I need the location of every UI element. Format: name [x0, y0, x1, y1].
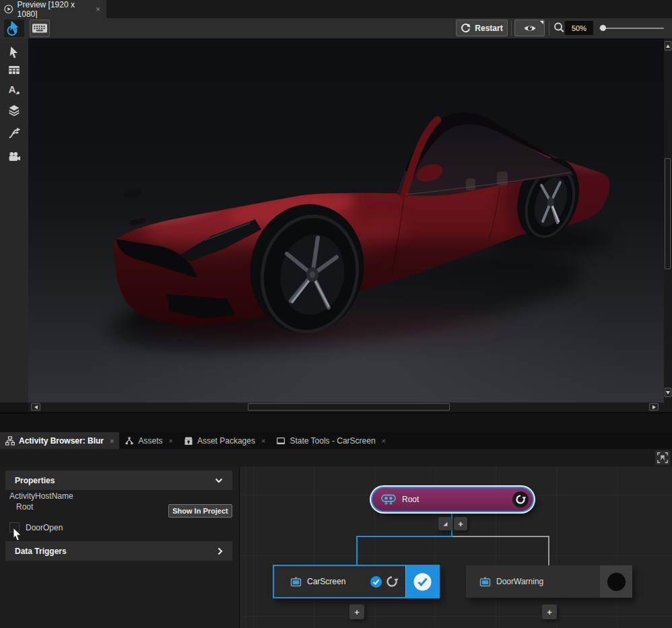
zoom-magnifier[interactable] — [553, 21, 565, 37]
table-icon — [7, 63, 22, 77]
mouse-cursor — [13, 528, 24, 543]
screen-node-icon — [479, 577, 491, 587]
collapse-children-button[interactable] — [438, 517, 452, 530]
font-icon: A — [7, 82, 22, 97]
activity-host-name-label: ActivityHostName — [9, 491, 73, 501]
collapse-triangle-icon — [441, 520, 449, 528]
fit-to-view-button[interactable] — [655, 450, 670, 465]
show-in-project-label: Show In Project — [172, 507, 228, 515]
zoom-slider[interactable] — [599, 28, 664, 29]
magnifier-icon — [553, 21, 565, 34]
horizontal-scroll-thumb[interactable] — [248, 403, 450, 411]
activity-graph[interactable]: Root + — [240, 466, 672, 628]
preview-tab[interactable]: Preview [1920 x 1080] × — [0, 0, 106, 18]
data-triggers-header[interactable]: Data Triggers — [5, 541, 232, 561]
grid-tool-button[interactable] — [6, 62, 22, 78]
visibility-button[interactable] — [514, 20, 545, 36]
activity-browser-icon — [5, 436, 15, 446]
scroll-down-button[interactable] — [665, 388, 671, 397]
select-tool-button[interactable] — [6, 44, 22, 61]
connector-blue-to-carscreen — [356, 536, 358, 565]
tab-activity-browser[interactable]: Activity Browser: Blur × — [0, 432, 119, 449]
layers-icon — [7, 103, 22, 118]
camera-tool-button[interactable] — [6, 149, 22, 165]
close-icon[interactable]: × — [168, 437, 172, 445]
plus-icon: + — [458, 519, 463, 529]
keyboard-input-button[interactable] — [30, 20, 50, 37]
connector-gray-horizontal — [452, 536, 549, 537]
root-node-label: Root — [402, 495, 419, 504]
add-under-carscreen-button[interactable]: + — [349, 604, 364, 619]
asset-packages-icon — [184, 436, 193, 446]
check-circle-icon — [413, 573, 432, 591]
restart-button[interactable]: Restart — [456, 20, 508, 36]
scrollbar-corner — [664, 403, 672, 412]
plus-icon: + — [354, 607, 360, 617]
carscreen-active-badge[interactable] — [405, 566, 438, 597]
doorwarning-inactive-badge[interactable] — [600, 565, 632, 598]
zoom-slider-handle[interactable] — [600, 25, 606, 31]
interact-tool-button[interactable] — [4, 20, 24, 37]
show-in-project-button[interactable]: Show In Project — [168, 504, 232, 518]
red-car-3d-render — [28, 38, 664, 403]
plus-icon: + — [547, 607, 552, 617]
tab-assets[interactable]: Assets × — [119, 432, 178, 449]
connector-gray-to-doorwarning — [548, 536, 549, 565]
tab-label: Activity Browser: Blur — [19, 436, 104, 446]
viewport-horizontal-scrollbar[interactable] — [28, 403, 664, 412]
add-under-doorwarning-button[interactable]: + — [542, 604, 557, 619]
graph-node-root[interactable]: Root — [372, 488, 533, 511]
preview-tab-title: Preview [1920 x 1080] — [18, 0, 90, 19]
fit-to-view-icon — [657, 452, 669, 464]
svg-text:A: A — [9, 84, 16, 95]
dock-toolbar-strip — [0, 449, 672, 466]
toolbar-separator — [511, 21, 512, 36]
graph-node-carscreen[interactable]: CarScreen — [273, 565, 440, 598]
data-triggers-label: Data Triggers — [15, 547, 67, 556]
restart-icon — [461, 23, 471, 33]
graph-node-doorwarning[interactable]: DoorWarning — [466, 565, 632, 598]
close-icon[interactable]: × — [110, 437, 114, 445]
layers-tool-button[interactable] — [6, 102, 22, 118]
preview-tab-bar: Preview [1920 x 1080] × — [0, 0, 672, 18]
close-icon[interactable]: × — [382, 437, 386, 445]
properties-header[interactable]: Properties — [5, 470, 232, 490]
preview-3d-viewport[interactable] — [28, 38, 664, 403]
scroll-left-button[interactable] — [31, 403, 40, 411]
state-tools-icon — [276, 436, 285, 446]
flow-tool-button[interactable] — [6, 125, 22, 141]
inactive-circle-icon — [607, 573, 626, 591]
text-tool-button[interactable]: A — [6, 81, 22, 98]
circled-play-icon — [4, 4, 13, 14]
assets-icon — [125, 436, 134, 446]
active-check-icon — [370, 576, 382, 588]
add-child-button[interactable]: + — [454, 517, 467, 530]
root-loop-button[interactable] — [512, 491, 529, 508]
camera-icon — [7, 149, 22, 164]
zoom-value-field[interactable]: 50% — [565, 21, 593, 35]
preview-tab-close-icon[interactable]: × — [94, 5, 102, 14]
loop-arrow-icon[interactable] — [384, 574, 399, 589]
close-icon[interactable]: × — [261, 437, 265, 445]
scroll-up-button[interactable] — [665, 41, 671, 50]
chevron-down-icon — [215, 478, 223, 483]
restart-label: Restart — [475, 24, 502, 33]
connector-blue-horizontal — [356, 536, 452, 537]
tab-label: Assets — [138, 436, 162, 446]
tab-asset-packages[interactable]: Asset Packages × — [178, 432, 271, 449]
door-open-label: DoorOpen — [26, 523, 63, 532]
tab-label: State Tools - CarScreen — [290, 436, 375, 446]
properties-panel: Properties ActivityHostName Root Show In… — [0, 466, 239, 628]
tab-state-tools[interactable]: State Tools - CarScreen × — [271, 432, 391, 449]
vertical-scroll-thumb[interactable] — [665, 158, 671, 269]
flow-icon — [7, 126, 22, 141]
viewport-vertical-scrollbar[interactable] — [664, 38, 672, 403]
carscreen-node-label: CarScreen — [307, 577, 345, 586]
scroll-right-button[interactable] — [649, 403, 659, 411]
chevron-right-icon — [217, 547, 223, 555]
doorwarning-node-label: DoorWarning — [496, 577, 543, 586]
tab-label: Asset Packages — [197, 436, 255, 446]
dock-tab-bar: Activity Browser: Blur × Assets × — [0, 432, 672, 449]
kanzi-studio-window: Preview [1920 x 1080] × — [0, 0, 672, 628]
toolbar-separator — [549, 21, 549, 36]
